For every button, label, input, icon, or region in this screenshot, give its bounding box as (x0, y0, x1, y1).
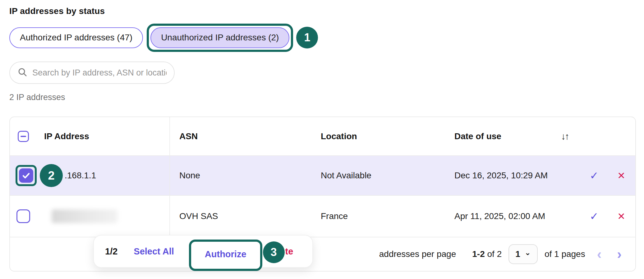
search-bar[interactable] (9, 62, 175, 84)
ip-status-page: IP addresses by status Authorized IP add… (0, 0, 644, 279)
annotation-step2-badge: 2 (40, 164, 63, 187)
authorize-row-icon[interactable]: ✓ (590, 210, 599, 222)
select-all-button[interactable]: Select All (134, 246, 174, 257)
table-row: 2 .168.1.1 None Not Available Dec 16, 20… (10, 156, 635, 196)
status-filter-row: Authorized IP addresses (47) Unauthorize… (9, 23, 636, 52)
bulk-action-bar: 1/2 Select All Authorize 3 te (93, 235, 313, 268)
ip-address-value: .168.1.1 (65, 171, 96, 181)
prev-page-icon[interactable]: ‹ (596, 247, 603, 261)
annotation-ring-step2 (16, 165, 37, 186)
search-icon (17, 67, 27, 78)
sort-icon[interactable]: ↓↑ (561, 131, 568, 142)
header-ip-address: IP Address (37, 117, 170, 155)
filter-unauthorized-button[interactable]: Unauthorized IP addresses (2) (150, 27, 289, 48)
redacted-ip-value (52, 209, 117, 223)
location-value: Not Available (311, 171, 445, 181)
next-page-icon[interactable]: › (616, 247, 623, 261)
per-page-label: addresses per page (379, 249, 456, 259)
annotation-ring-step3: Authorize (189, 240, 262, 271)
asn-value: OVH SAS (170, 211, 311, 221)
search-input[interactable] (32, 68, 167, 78)
delete-row-icon[interactable]: ✕ (617, 170, 625, 181)
annotation-ring-step1: Unauthorized IP addresses (2) (147, 24, 293, 52)
delete-row-icon[interactable]: ✕ (617, 211, 625, 222)
annotation-step3-badge: 3 (263, 241, 285, 263)
authorize-button[interactable]: Authorize (205, 249, 246, 259)
date-of-use-value: Apr 11, 2025, 02:00 AM (445, 211, 549, 221)
results-range: 1-2 of 2 (472, 249, 502, 259)
annotation-step1-badge: 1 (296, 27, 318, 48)
filter-authorized-button[interactable]: Authorized IP addresses (47) (9, 27, 143, 48)
location-value: France (311, 211, 445, 221)
table-row: OVH SAS France Apr 11, 2025, 02:00 AM ✓ … (10, 196, 635, 237)
page-title: IP addresses by status (9, 6, 636, 16)
chevron-down-icon: ⌄ (525, 248, 531, 257)
page-select[interactable]: 1 ⌄ (508, 244, 538, 264)
pages-label: of 1 pages (545, 249, 585, 259)
row1-checkbox[interactable] (19, 168, 33, 183)
table-header-row: IP Address ASN Location Date of use ↓↑ (10, 117, 635, 156)
date-of-use-value: Dec 16, 2025, 10:29 AM (445, 171, 549, 181)
header-asn: ASN (170, 131, 311, 141)
ip-count-label: 2 IP addresses (9, 93, 636, 102)
authorize-row-icon[interactable]: ✓ (590, 169, 599, 182)
header-location: Location (311, 131, 445, 141)
asn-value: None (170, 171, 311, 181)
selection-count: 1/2 (105, 246, 117, 257)
row2-checkbox[interactable] (16, 209, 30, 223)
header-date-of-use: Date of use (445, 131, 549, 141)
select-all-checkbox[interactable] (18, 131, 29, 142)
